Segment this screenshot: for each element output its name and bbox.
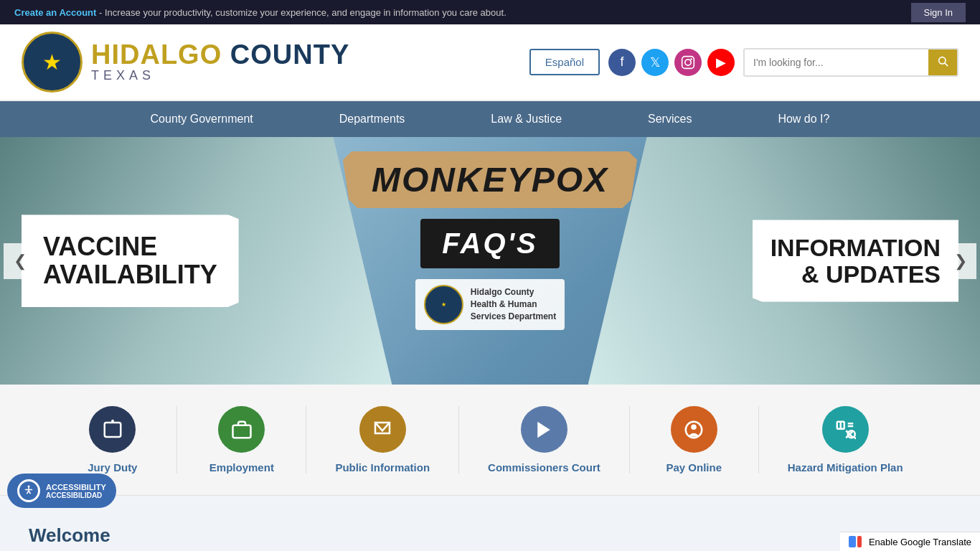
google-translate-icon xyxy=(849,536,864,547)
county-state: TEXAS xyxy=(91,68,349,83)
quick-link-employment[interactable]: Employment xyxy=(177,406,306,474)
search-bar xyxy=(743,48,958,77)
main-nav: County Government Departments Law & Just… xyxy=(0,101,980,137)
county-seal: ★ xyxy=(22,32,83,93)
svg-point-1 xyxy=(685,59,691,65)
county-name-block: HIDALGO COUNTY TEXAS xyxy=(91,41,349,83)
accessibility-text: ACCESSIBILITY ACCESIBILIDAD xyxy=(46,483,106,499)
sign-in-button[interactable]: Sign In xyxy=(911,3,966,22)
accessibility-button[interactable]: ACCESSIBILITY ACCESIBILIDAD xyxy=(7,474,116,508)
monkeypox-text: MONKEYPOX xyxy=(372,161,608,199)
slider-next-button[interactable]: ❯ xyxy=(944,243,976,279)
faq-text: FAQ'S xyxy=(442,227,537,259)
espanol-button[interactable]: Español xyxy=(529,49,600,75)
employment-icon xyxy=(218,406,265,453)
nav-departments[interactable]: Departments xyxy=(296,101,448,137)
public-info-icon xyxy=(359,406,406,453)
social-icons: f 𝕏 ▶ xyxy=(608,49,735,76)
quick-links: Jury Duty Employment Public Information … xyxy=(0,385,980,496)
quick-link-commissioners-court[interactable]: Commissioners Court xyxy=(459,406,630,474)
monkeypox-banner: MONKEYPOX xyxy=(343,151,637,208)
faq-banner[interactable]: FAQ'S xyxy=(420,219,559,268)
hazard-mitigation-icon xyxy=(822,406,869,453)
seal-star: ★ xyxy=(42,50,62,75)
vaccine-title: VACCINE AVAILABILITY xyxy=(43,232,217,289)
svg-rect-8 xyxy=(232,425,250,438)
hero-center-content: MONKEYPOX FAQ'S ★ Hidalgo County Health … xyxy=(343,137,637,385)
nav-how-do-i[interactable]: How do I? xyxy=(735,101,872,137)
county-name-main: HIDALGO COUNTY xyxy=(91,41,349,68)
hhsd-badge: ★ Hidalgo County Health & Human Services… xyxy=(415,279,565,330)
instagram-icon[interactable] xyxy=(674,49,702,76)
quick-link-pay-online[interactable]: Pay Online xyxy=(630,406,759,474)
employment-label: Employment xyxy=(209,461,274,474)
google-translate-label: Enable Google Translate xyxy=(869,537,971,547)
create-account-link[interactable]: Create an Account xyxy=(14,7,96,18)
nav-county-government[interactable]: County Government xyxy=(108,101,296,137)
hhsd-name: Hidalgo County Health & Human Services D… xyxy=(471,286,556,322)
logo-area: ★ HIDALGO COUNTY TEXAS xyxy=(22,32,349,93)
commissioners-court-label: Commissioners Court xyxy=(488,461,600,474)
commissioners-court-icon xyxy=(521,406,567,453)
facebook-icon[interactable]: f xyxy=(608,49,636,76)
nav-services[interactable]: Services xyxy=(605,101,735,137)
pay-online-icon xyxy=(671,406,717,453)
jury-duty-icon xyxy=(89,406,136,453)
quick-link-jury-duty[interactable]: Jury Duty xyxy=(48,406,177,474)
quick-link-hazard-mitigation[interactable]: Hazard Mitigation Plan xyxy=(759,406,932,474)
hazard-mitigation-label: Hazard Mitigation Plan xyxy=(788,461,903,474)
search-input[interactable] xyxy=(745,51,928,74)
accessibility-icon xyxy=(17,479,40,502)
hero-background: MONKEYPOX FAQ'S ★ Hidalgo County Health … xyxy=(0,137,980,385)
svg-line-4 xyxy=(945,63,948,66)
hero-slider: MONKEYPOX FAQ'S ★ Hidalgo County Health … xyxy=(0,137,980,385)
public-info-label: Public Information xyxy=(335,461,430,474)
jury-duty-label: Jury Duty xyxy=(88,461,137,474)
nav-law-justice[interactable]: Law & Justice xyxy=(448,101,605,137)
info-panel[interactable]: INFORMATION & UPDATES xyxy=(753,220,958,302)
svg-rect-0 xyxy=(682,56,694,68)
svg-point-2 xyxy=(690,58,692,60)
search-button[interactable] xyxy=(928,50,957,75)
header-right: Español f 𝕏 ▶ xyxy=(529,48,958,77)
twitter-icon[interactable]: 𝕏 xyxy=(641,49,669,76)
hhsd-seal: ★ xyxy=(424,285,463,324)
info-title: INFORMATION & UPDATES xyxy=(771,234,941,288)
top-bar: Create an Account - Increase your produc… xyxy=(0,0,980,24)
quick-link-public-information[interactable]: Public Information xyxy=(306,406,459,474)
welcome-section: Welcome xyxy=(0,496,980,551)
youtube-icon[interactable]: ▶ xyxy=(707,49,735,76)
pay-online-label: Pay Online xyxy=(666,461,722,474)
header: ★ HIDALGO COUNTY TEXAS Español f 𝕏 ▶ xyxy=(0,24,980,101)
vaccine-panel[interactable]: VACCINE AVAILABILITY xyxy=(22,215,239,307)
svg-marker-9 xyxy=(538,421,551,438)
google-translate-button[interactable]: Enable Google Translate xyxy=(840,532,980,551)
welcome-heading: Welcome xyxy=(29,524,110,547)
svg-rect-5 xyxy=(105,423,121,437)
svg-point-11 xyxy=(692,424,697,430)
svg-line-15 xyxy=(854,436,856,438)
top-bar-message: Create an Account - Increase your produc… xyxy=(14,7,911,18)
slider-prev-button[interactable]: ❮ xyxy=(4,243,36,279)
svg-point-7 xyxy=(111,419,114,422)
